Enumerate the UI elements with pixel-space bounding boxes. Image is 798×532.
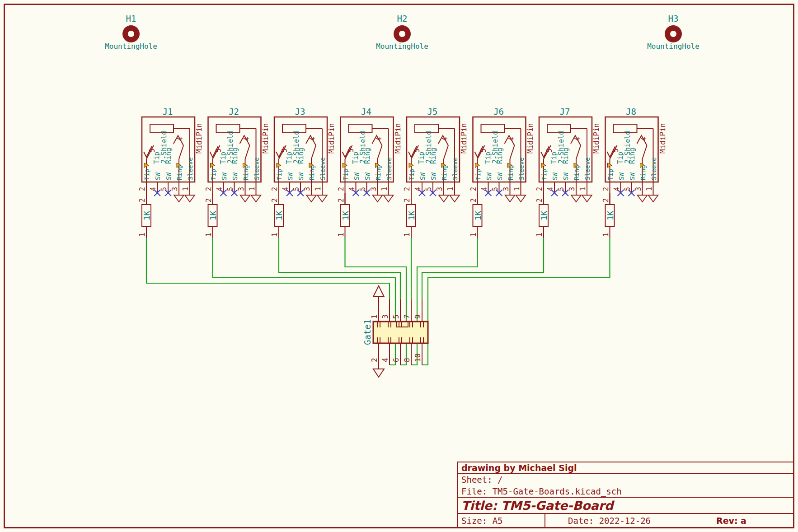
svg-text:4: 4 xyxy=(480,187,488,191)
svg-text:1K: 1K xyxy=(274,211,284,221)
schematic-canvas[interactable]: H1MountingHoleH2MountingHoleH3MountingHo… xyxy=(0,0,798,532)
svg-text:Sleeve: Sleeve xyxy=(451,157,459,180)
svg-text:MidiPin: MidiPin xyxy=(327,123,336,154)
svg-text:H2: H2 xyxy=(397,14,408,23)
svg-text:7: 7 xyxy=(403,314,411,319)
titleblock-rev: Rev: a xyxy=(716,516,793,526)
svg-text:Sleeve: Sleeve xyxy=(584,157,591,180)
svg-text:2: 2 xyxy=(370,358,379,362)
gate-connector-body[interactable] xyxy=(373,322,428,343)
svg-text:SW: SW xyxy=(221,173,228,180)
svg-text:Tip: Tip xyxy=(143,169,150,180)
svg-text:5: 5 xyxy=(425,187,433,191)
titleblock-bottom-row: Size: A5 Date: 2022-12-26 Rev: a xyxy=(458,514,793,527)
svg-text:1: 1 xyxy=(337,233,345,237)
svg-text:SW: SW xyxy=(562,173,569,180)
svg-text:MidiPin: MidiPin xyxy=(261,123,270,154)
svg-text:SW: SW xyxy=(629,173,636,180)
svg-text:3: 3 xyxy=(568,187,576,191)
svg-text:J5: J5 xyxy=(427,107,438,117)
svg-text:Ring: Ring xyxy=(297,148,305,164)
svg-text:Ring: Ring xyxy=(429,148,437,164)
svg-text:SW: SW xyxy=(154,173,161,180)
svg-text:SW: SW xyxy=(353,173,360,180)
svg-text:SW: SW xyxy=(297,173,305,180)
svg-text:1: 1 xyxy=(403,233,411,237)
svg-text:4: 4 xyxy=(441,137,449,141)
svg-text:4: 4 xyxy=(414,187,422,191)
svg-text:1: 1 xyxy=(138,233,146,237)
svg-text:1: 1 xyxy=(579,187,587,191)
svg-text:5: 5 xyxy=(160,187,168,191)
svg-text:1: 1 xyxy=(205,233,213,237)
svg-text:1: 1 xyxy=(513,187,521,191)
svg-text:1: 1 xyxy=(370,314,379,319)
svg-text:8: 8 xyxy=(403,358,411,362)
titleblock-file: File: TM5-Gate-Boards.kicad_sch xyxy=(458,485,793,498)
sheet-background xyxy=(0,0,798,532)
svg-text:H3: H3 xyxy=(668,14,679,23)
svg-text:1K: 1K xyxy=(208,211,218,221)
svg-text:4: 4 xyxy=(375,137,383,141)
svg-text:3: 3 xyxy=(502,187,510,191)
svg-text:5: 5 xyxy=(491,187,499,191)
svg-text:Ring: Ring xyxy=(176,165,183,180)
svg-text:3: 3 xyxy=(381,314,390,319)
svg-text:2: 2 xyxy=(205,198,213,202)
svg-text:SW: SW xyxy=(618,173,625,180)
svg-text:Ring: Ring xyxy=(441,165,448,180)
svg-text:3: 3 xyxy=(303,187,311,191)
mounting-hole-drill xyxy=(670,31,676,37)
titleblock-sheet: Sheet: / xyxy=(458,474,793,485)
svg-text:Ring: Ring xyxy=(573,165,580,180)
svg-text:H1: H1 xyxy=(126,14,136,23)
titleblock-date: Date: 2022-12-26 xyxy=(545,514,716,527)
svg-text:Ring: Ring xyxy=(231,148,239,164)
svg-text:3: 3 xyxy=(370,187,378,191)
svg-text:1: 1 xyxy=(182,187,190,191)
svg-text:Ring: Ring xyxy=(628,148,636,164)
svg-text:SW: SW xyxy=(419,173,426,180)
svg-text:4: 4 xyxy=(176,137,184,141)
svg-text:5: 5 xyxy=(226,187,235,191)
svg-text:4: 4 xyxy=(149,187,157,191)
svg-text:1K: 1K xyxy=(606,211,615,221)
svg-text:Ring: Ring xyxy=(507,165,514,180)
svg-text:1: 1 xyxy=(314,187,322,191)
svg-text:Tip: Tip xyxy=(408,169,415,180)
svg-text:Tip: Tip xyxy=(342,169,349,180)
svg-text:J8: J8 xyxy=(626,107,636,117)
titleblock-author: drawing by Michael Sigl xyxy=(458,462,793,474)
svg-text:1K: 1K xyxy=(539,211,549,221)
svg-text:5: 5 xyxy=(392,314,400,319)
svg-text:1K: 1K xyxy=(407,211,416,221)
svg-text:MidiPin: MidiPin xyxy=(592,123,601,154)
svg-text:3: 3 xyxy=(237,187,245,191)
svg-text:SW: SW xyxy=(364,173,371,180)
svg-text:Sleeve: Sleeve xyxy=(319,157,326,180)
svg-text:2: 2 xyxy=(271,187,279,191)
svg-text:3: 3 xyxy=(436,187,444,191)
svg-text:4: 4 xyxy=(507,137,516,141)
svg-text:2: 2 xyxy=(271,198,279,202)
svg-text:1: 1 xyxy=(271,233,279,237)
svg-text:Ring: Ring xyxy=(375,165,382,180)
svg-text:6: 6 xyxy=(392,358,400,362)
svg-text:9: 9 xyxy=(413,314,422,319)
svg-text:4: 4 xyxy=(309,137,317,141)
svg-text:MountingHole: MountingHole xyxy=(105,42,157,51)
svg-text:Ring: Ring xyxy=(496,148,504,164)
svg-text:Tip: Tip xyxy=(276,169,283,180)
svg-text:2: 2 xyxy=(138,198,146,202)
svg-text:4: 4 xyxy=(381,358,390,362)
svg-text:4: 4 xyxy=(546,187,554,191)
svg-text:J6: J6 xyxy=(493,107,504,117)
svg-text:J7: J7 xyxy=(560,107,570,117)
svg-text:1: 1 xyxy=(248,187,256,191)
mounting-hole-drill xyxy=(128,31,134,37)
svg-text:Ring: Ring xyxy=(308,165,315,180)
svg-text:4: 4 xyxy=(216,187,224,191)
svg-text:5: 5 xyxy=(292,187,300,191)
svg-text:J1: J1 xyxy=(163,107,173,117)
svg-text:Ring: Ring xyxy=(363,148,371,164)
